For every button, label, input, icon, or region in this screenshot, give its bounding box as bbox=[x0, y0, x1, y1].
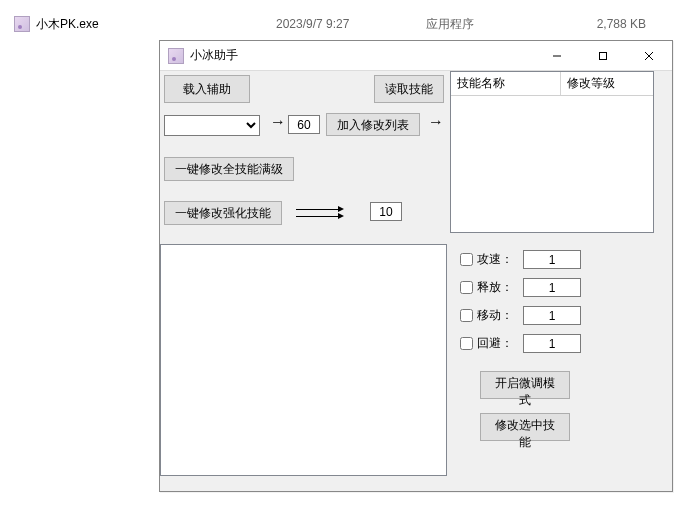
app-window: 小冰助手 载入辅助 读取技能 → 加入修改列表 → 一键修改全技能满级 一键修改… bbox=[159, 40, 673, 492]
cast-row: 释放： bbox=[460, 278, 581, 297]
cast-checkbox[interactable] bbox=[460, 281, 473, 294]
level-input[interactable] bbox=[288, 115, 320, 134]
close-button[interactable] bbox=[626, 41, 672, 71]
cast-label: 释放： bbox=[477, 279, 513, 296]
atk-speed-row: 攻速： bbox=[460, 250, 581, 269]
atk-speed-input[interactable] bbox=[523, 250, 581, 269]
app-icon bbox=[168, 48, 184, 64]
maximize-button[interactable] bbox=[580, 41, 626, 71]
double-arrow-icon bbox=[296, 206, 346, 220]
move-label: 移动： bbox=[477, 307, 513, 324]
one-key-max-all-button[interactable]: 一键修改全技能满级 bbox=[164, 157, 294, 181]
enhance-input[interactable] bbox=[370, 202, 402, 221]
window-title: 小冰助手 bbox=[190, 47, 238, 64]
move-input[interactable] bbox=[523, 306, 581, 325]
evade-checkbox[interactable] bbox=[460, 337, 473, 350]
minimize-icon bbox=[552, 51, 562, 61]
file-date: 2023/9/7 9:27 bbox=[276, 17, 426, 31]
arrow-icon: → bbox=[270, 114, 286, 130]
skill-listview[interactable]: 技能名称 修改等级 bbox=[450, 71, 654, 233]
atk-speed-checkbox[interactable] bbox=[460, 253, 473, 266]
load-assist-button[interactable]: 载入辅助 bbox=[164, 75, 250, 103]
evade-input[interactable] bbox=[523, 334, 581, 353]
listview-header: 技能名称 修改等级 bbox=[451, 72, 653, 96]
col-skill-name[interactable]: 技能名称 bbox=[451, 72, 561, 95]
log-textarea[interactable] bbox=[160, 244, 447, 476]
move-checkbox[interactable] bbox=[460, 309, 473, 322]
minimize-button[interactable] bbox=[534, 41, 580, 71]
file-type: 应用程序 bbox=[426, 16, 556, 33]
arrow-to-list-icon: → bbox=[428, 114, 444, 130]
evade-label: 回避： bbox=[477, 335, 513, 352]
read-skill-button[interactable]: 读取技能 bbox=[374, 75, 444, 103]
col-modify-level[interactable]: 修改等级 bbox=[561, 72, 653, 95]
skill-combo[interactable] bbox=[164, 115, 260, 136]
close-icon bbox=[644, 51, 654, 61]
cast-input[interactable] bbox=[523, 278, 581, 297]
svg-rect-1 bbox=[600, 52, 607, 59]
move-row: 移动： bbox=[460, 306, 581, 325]
client-area: 载入辅助 读取技能 → 加入修改列表 → 一键修改全技能满级 一键修改强化技能 … bbox=[160, 71, 672, 491]
file-size: 2,788 KB bbox=[556, 17, 656, 31]
enable-tune-mode-button[interactable]: 开启微调模式 bbox=[480, 371, 570, 399]
atk-speed-label: 攻速： bbox=[477, 251, 513, 268]
modify-selected-button[interactable]: 修改选中技能 bbox=[480, 413, 570, 441]
one-key-enhance-button[interactable]: 一键修改强化技能 bbox=[164, 201, 282, 225]
evade-row: 回避： bbox=[460, 334, 581, 353]
add-to-list-button[interactable]: 加入修改列表 bbox=[326, 113, 420, 136]
explorer-file-row[interactable]: 小木PK.exe 2023/9/7 9:27 应用程序 2,788 KB bbox=[0, 14, 687, 34]
file-name: 小木PK.exe bbox=[36, 16, 276, 33]
exe-icon bbox=[14, 16, 30, 32]
titlebar[interactable]: 小冰助手 bbox=[160, 41, 672, 71]
maximize-icon bbox=[598, 51, 608, 61]
